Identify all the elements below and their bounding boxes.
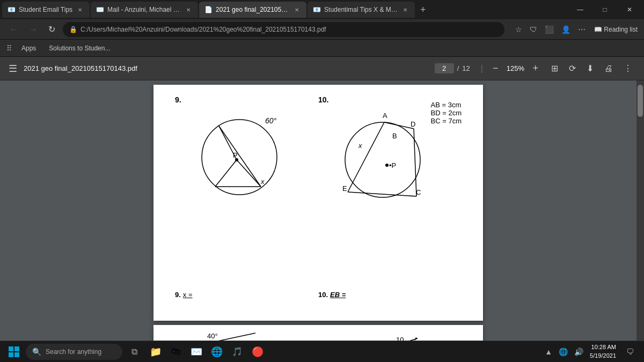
taskbar-app-browser[interactable]: 🌐 bbox=[207, 342, 226, 361]
taskbar-pinned-apps: 📁 🛍 ✉️ 🌐 🎵 🔴 bbox=[146, 342, 267, 361]
answer-9-num: 9. bbox=[175, 291, 181, 299]
minimize-button[interactable]: — bbox=[568, 0, 592, 19]
task-view-button[interactable]: ⧉ bbox=[125, 342, 144, 361]
svg-line-22 bbox=[348, 192, 416, 196]
pdf-page-total: 12 bbox=[462, 64, 470, 72]
maximize-button[interactable]: □ bbox=[592, 0, 617, 19]
new-tab-button[interactable]: + bbox=[416, 4, 430, 16]
svg-text:x: x bbox=[358, 142, 362, 150]
svg-rect-36 bbox=[9, 346, 13, 351]
pdf-toolbar-right: ⊞ ⟳ ⬇ 🖨 ⋮ bbox=[548, 61, 635, 76]
zoom-in-button[interactable]: + bbox=[529, 62, 541, 75]
taskbar-app-spotify[interactable]: 🎵 bbox=[228, 342, 247, 361]
svg-rect-37 bbox=[14, 346, 19, 351]
tab-favicon-4: 📧 bbox=[313, 6, 321, 13]
svg-text:60°: 60° bbox=[265, 116, 277, 125]
profile-icon[interactable]: 👤 bbox=[559, 23, 573, 36]
tab-favicon-2: ✉️ bbox=[96, 6, 104, 13]
taskbar-app-file-explorer[interactable]: 📁 bbox=[146, 342, 165, 361]
taskbar-clock[interactable]: 10:28 AM 5/19/2021 bbox=[590, 343, 616, 360]
tab-close-1[interactable]: ✕ bbox=[76, 6, 84, 14]
time-display: 10:28 AM bbox=[590, 343, 616, 351]
pdf-print-icon[interactable]: 🖨 bbox=[601, 62, 616, 76]
bookmark-solutions[interactable]: Solutions to Studen... bbox=[46, 43, 113, 53]
svg-text:•P: •P bbox=[389, 161, 396, 169]
apps-grid-icon: ⠿ bbox=[6, 44, 12, 53]
given-bc: BC = 7cm bbox=[431, 117, 462, 125]
windows-logo-icon bbox=[9, 346, 19, 357]
problem-9: 9. P bbox=[175, 95, 318, 205]
taskbar-app-chrome[interactable]: 🔴 bbox=[248, 342, 267, 361]
svg-line-6 bbox=[219, 126, 237, 160]
svg-line-7 bbox=[219, 126, 261, 187]
zoom-out-button[interactable]: − bbox=[489, 62, 502, 75]
tab-pdf-active[interactable]: 📄 2021 geo final_20210515170143: ✕ bbox=[199, 2, 306, 18]
problem-9-diagram: P 60° x bbox=[186, 95, 304, 203]
tray-expand-icon[interactable]: ▲ bbox=[543, 345, 554, 358]
system-tray: ▲ 🌐 🔊 bbox=[543, 345, 586, 358]
settings-icon[interactable]: ⋯ bbox=[576, 23, 588, 36]
task-view-icon: ⧉ bbox=[131, 347, 137, 357]
tab-studentimal[interactable]: 📧 Studentimal Tips X & Mail - Anc ✕ bbox=[308, 2, 415, 18]
tab-close-3[interactable]: ✕ bbox=[292, 6, 301, 14]
refresh-button[interactable]: ↻ bbox=[45, 22, 58, 36]
store-icon: 🛍 bbox=[171, 346, 181, 357]
chrome-icon: 🔴 bbox=[252, 346, 264, 358]
collections-icon[interactable]: ⬛ bbox=[543, 23, 556, 36]
reading-list-button[interactable]: 📖 Reading list bbox=[594, 26, 638, 33]
taskbar-search-bar[interactable]: 🔍 Search for anything bbox=[26, 344, 122, 360]
network-icon[interactable]: 🌐 bbox=[557, 345, 570, 358]
svg-point-0 bbox=[202, 120, 277, 195]
taskbar-app-mail[interactable]: ✉️ bbox=[187, 342, 206, 361]
forward-button[interactable]: → bbox=[26, 23, 41, 36]
bookmark-apps[interactable]: Apps bbox=[18, 43, 39, 53]
tab-label-1: Student Email Tips bbox=[19, 6, 72, 13]
address-bar: ← → ↻ 🔒 C:/Users/Michael%20Anzuini/Downl… bbox=[0, 19, 644, 40]
pdf-pages: 9. P bbox=[0, 80, 636, 362]
url-text: C:/Users/Michael%20Anzuini/Downloads/202… bbox=[80, 26, 326, 33]
window-controls: — □ ✕ bbox=[568, 0, 642, 19]
pdf-toolbar: ☰ 2021 geo final_20210515170143.pdf 2 / … bbox=[0, 57, 644, 80]
pdf-download-icon[interactable]: ⬇ bbox=[583, 61, 597, 76]
pdf-rotate-icon[interactable]: ⟳ bbox=[566, 61, 579, 76]
svg-text:D: D bbox=[411, 120, 415, 128]
svg-rect-39 bbox=[14, 352, 19, 357]
notification-center[interactable]: 🗨 bbox=[620, 342, 640, 361]
notification-icon: 🗨 bbox=[626, 348, 634, 356]
svg-text:40°: 40° bbox=[207, 332, 218, 340]
favorites-icon[interactable]: ☆ bbox=[513, 23, 524, 36]
browser-chrome: 📧 Student Email Tips ✕ ✉️ Mail - Anzuini… bbox=[0, 0, 644, 57]
tab-close-2[interactable]: ✕ bbox=[184, 6, 193, 14]
shield-icon[interactable]: 🛡 bbox=[528, 23, 539, 36]
divider-1: | bbox=[481, 64, 483, 73]
pdf-fit-page-icon[interactable]: ⊞ bbox=[548, 61, 561, 76]
answer-10: 10. EB = bbox=[318, 291, 462, 299]
svg-point-10 bbox=[345, 122, 420, 197]
svg-text:E: E bbox=[342, 184, 347, 193]
svg-line-20 bbox=[348, 122, 384, 192]
taskbar: 🔍 Search for anything ⧉ 📁 🛍 ✉️ 🌐 🎵 🔴 ▲ 🌐 bbox=[0, 341, 644, 362]
tab-close-4[interactable]: ✕ bbox=[401, 6, 409, 14]
pdf-page-nav: 2 / 12 bbox=[435, 63, 470, 73]
answer-10-num: 10. bbox=[318, 291, 328, 299]
pdf-menu-button[interactable]: ☰ bbox=[9, 63, 17, 75]
taskbar-app-store[interactable]: 🛍 bbox=[166, 342, 186, 361]
tab-label-3: 2021 geo final_20210515170143: bbox=[216, 6, 289, 13]
pdf-page-input[interactable]: 2 bbox=[435, 63, 454, 73]
scrollbar[interactable] bbox=[636, 80, 644, 362]
pdf-more-icon[interactable]: ⋮ bbox=[620, 61, 635, 76]
tab-outlook[interactable]: ✉️ Mail - Anzuini, Michael - Outlook ✕ bbox=[91, 2, 198, 18]
volume-icon[interactable]: 🔊 bbox=[572, 345, 586, 358]
scrollbar-thumb[interactable] bbox=[638, 85, 643, 117]
pdf-title: 2021 geo final_20210515170143.pdf bbox=[24, 64, 428, 72]
taskbar-search-icon: 🔍 bbox=[32, 348, 41, 356]
start-button[interactable] bbox=[4, 342, 24, 361]
close-button[interactable]: ✕ bbox=[617, 0, 642, 19]
problem-10-label: 10. bbox=[318, 95, 328, 104]
svg-point-11 bbox=[385, 164, 389, 167]
svg-text:A: A bbox=[383, 112, 387, 120]
back-button[interactable]: ← bbox=[6, 23, 21, 36]
toolbar-icons: ☆ 🛡 ⬛ 👤 ⋯ bbox=[513, 23, 588, 36]
url-bar[interactable]: 🔒 C:/Users/Michael%20Anzuini/Downloads/2… bbox=[63, 22, 504, 37]
tab-student-email[interactable]: 📧 Student Email Tips ✕ bbox=[2, 2, 90, 18]
